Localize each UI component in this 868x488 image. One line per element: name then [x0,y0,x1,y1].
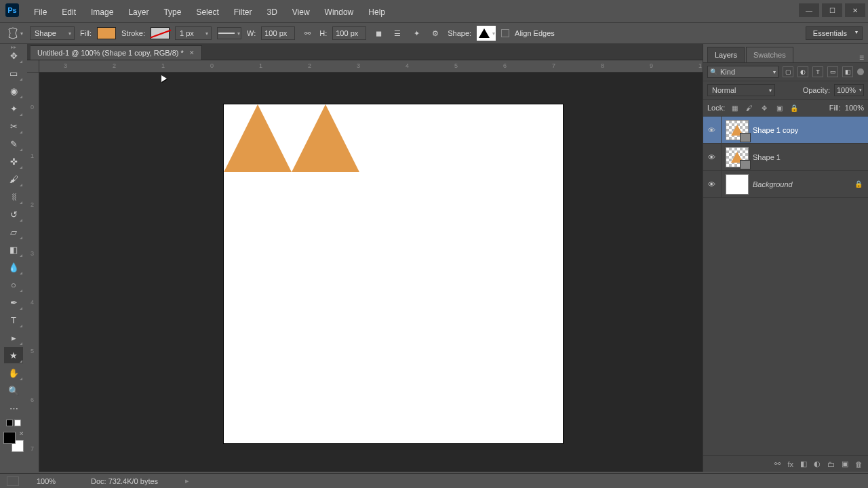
more-tools-icon[interactable]: ⋯ [4,400,23,416]
stroke-style-select[interactable]: ▾ [217,27,241,39]
gradient-tool[interactable]: ◧ [4,241,23,258]
dodge-tool[interactable]: ○ [4,277,23,293]
shape-width-input[interactable]: 100 px [261,26,295,40]
menu-edit[interactable]: Edit [55,5,83,10]
current-tool-icon[interactable]: ▾ [5,26,24,41]
custom-shape-picker[interactable]: ▾ [477,26,496,41]
crop-tool[interactable]: ✂ [4,118,23,134]
path-operations-icon[interactable]: ◼ [372,26,385,40]
layer-row[interactable]: 👁 Shape 1 copy [703,117,868,144]
lock-transparency-icon[interactable]: ▦ [729,102,740,113]
navigator-preview-icon[interactable] [7,476,19,486]
layer-visibility-icon[interactable]: 👁 [706,126,717,134]
link-wh-icon[interactable]: ⚯ [300,26,314,40]
shape-height-input[interactable]: 100 px [332,26,366,40]
path-selection-tool[interactable]: ▸ [4,329,23,346]
lock-artboard-icon[interactable]: ▣ [774,102,785,113]
layer-row[interactable]: 👁 Background 🔒 [703,171,868,198]
lock-all-icon[interactable]: 🔒 [789,102,800,113]
panel-menu-icon[interactable]: ≡ [859,53,864,62]
hand-tool[interactable]: ✋ [4,365,23,381]
marquee-tool[interactable]: ▭ [4,65,23,81]
minimize-button[interactable]: — [799,3,819,17]
menu-file[interactable]: File [27,5,54,10]
layer-name[interactable]: Shape 1 [753,153,781,161]
menu-3d[interactable]: 3D [260,5,283,10]
brush-tool[interactable]: 🖌 [4,171,23,187]
menu-image[interactable]: Image [84,5,120,10]
link-layers-icon[interactable]: ⚯ [774,460,781,468]
maximize-button[interactable]: ☐ [822,3,842,17]
custom-shape-tool[interactable]: ★ [4,347,23,363]
layer-thumbnail[interactable] [726,174,749,195]
lasso-tool[interactable]: ◉ [4,83,23,99]
layer-mask-icon[interactable]: ◧ [800,460,807,468]
layer-name[interactable]: Shape 1 copy [753,126,798,134]
delete-layer-icon[interactable]: 🗑 [855,460,863,468]
pen-tool[interactable]: ✒ [4,294,23,310]
settings-gear-icon[interactable]: ⚙ [429,26,442,40]
shape-triangle-2[interactable] [292,104,359,172]
eyedropper-tool[interactable]: ✎ [4,136,23,152]
path-arrangement-icon[interactable]: ✦ [410,26,423,40]
document-info[interactable]: Doc: 732.4K/0 bytes [91,477,158,485]
filter-shape-icon[interactable]: ▭ [827,66,838,77]
new-layer-icon[interactable]: ▣ [842,460,848,468]
layer-visibility-icon[interactable]: 👁 [706,153,717,161]
type-tool[interactable]: T [4,312,23,328]
history-brush-tool[interactable]: ↺ [4,206,23,222]
filter-smart-icon[interactable]: ◧ [842,66,853,77]
magic-wand-tool[interactable]: ✦ [4,100,23,117]
menu-filter[interactable]: Filter [227,5,259,10]
canvas-artboard[interactable] [224,104,563,443]
fill-swatch[interactable] [97,27,116,39]
layer-style-icon[interactable]: fx [787,460,793,468]
layer-thumbnail[interactable] [726,120,749,140]
shape-triangle-1[interactable] [224,104,292,172]
horizontal-ruler[interactable]: 3 2 1 0 1 2 3 4 5 6 7 8 9 1 [39,60,703,73]
menu-window[interactable]: Window [318,5,361,10]
foreground-background-colors[interactable]: ⤭ [3,432,24,452]
ruler-origin[interactable] [27,60,39,73]
document-tab[interactable]: Untitled-1 @ 100% (Shape 1 copy, RGB/8) … [31,45,202,60]
menu-layer[interactable]: Layer [121,5,155,10]
menu-view[interactable]: View [285,5,317,10]
zoom-tool[interactable]: 🔍 [4,382,23,399]
filter-type-icon[interactable]: T [812,66,823,77]
layer-name[interactable]: Background [753,180,793,188]
canvas-area[interactable]: 3 2 1 0 1 2 3 4 5 6 7 8 9 1 0 1 2 3 4 5 … [27,60,703,472]
menu-type[interactable]: Type [157,5,188,10]
layer-filter-kind[interactable]: Kind [707,66,778,78]
lock-position-icon[interactable]: ✥ [759,102,770,113]
path-alignment-icon[interactable]: ☰ [391,26,404,40]
layer-visibility-icon[interactable]: 👁 [706,180,717,188]
stroke-width-input[interactable]: 1 px [175,26,212,40]
lock-pixels-icon[interactable]: 🖌 [744,102,755,113]
new-group-icon[interactable]: 🗀 [827,460,835,468]
close-window-button[interactable]: ✕ [845,3,865,17]
menu-help[interactable]: Help [361,5,392,10]
foreground-color[interactable] [3,432,16,444]
blend-mode-select[interactable]: Normal [707,84,775,96]
stroke-swatch[interactable] [151,27,170,39]
swap-colors-icon[interactable]: ⤭ [19,430,24,436]
healing-brush-tool[interactable]: ✜ [4,153,23,169]
vertical-ruler[interactable]: 0 1 2 3 4 5 6 7 [27,73,39,472]
align-edges-checkbox[interactable] [501,29,509,37]
zoom-level[interactable]: 100% [37,477,77,485]
workspace-switcher[interactable]: Essentials [806,26,863,40]
opacity-input[interactable]: 100% [834,84,864,96]
new-fill-layer-icon[interactable]: ◐ [814,460,821,468]
layer-thumbnail[interactable] [726,147,749,167]
tool-mode-select[interactable]: Shape [30,26,75,40]
blur-tool[interactable]: 💧 [4,259,23,275]
layer-row[interactable]: 👁 Shape 1 [703,144,868,171]
menu-select[interactable]: Select [189,5,225,10]
close-tab-icon[interactable]: ✕ [189,49,195,56]
document-info-menu-icon[interactable]: ▸ [185,476,189,485]
filter-adjustment-icon[interactable]: ◐ [797,66,808,77]
filter-pixel-icon[interactable]: ▢ [783,66,793,77]
move-tool[interactable]: ✥ [4,47,23,64]
layers-tab[interactable]: Layers [707,47,745,62]
eraser-tool[interactable]: ▱ [4,224,23,240]
